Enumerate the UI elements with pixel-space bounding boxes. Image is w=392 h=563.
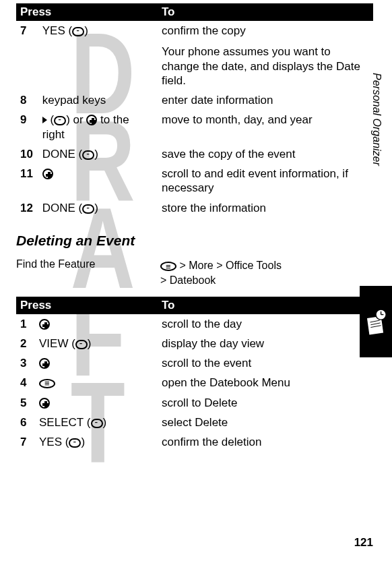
fourway-nav-icon [39, 398, 50, 409]
instruction-table-2: Press To 1 scroll to the day 2VIEW () di… [16, 297, 373, 452]
step-num: 9 [20, 113, 39, 127]
fourway-nav-icon [39, 319, 50, 330]
softkey-icon [91, 419, 103, 428]
section-heading: Deleting an Event [16, 233, 373, 249]
table-row: 1 scroll to the day [16, 314, 373, 334]
keypress [42, 167, 148, 181]
keypress: () or to the right [42, 113, 148, 142]
header-press: Press [16, 3, 158, 21]
softkey-icon [75, 340, 88, 349]
action-cell: save the copy of the event [158, 144, 373, 164]
action-cell: scroll to and edit event information, if… [158, 164, 373, 198]
table-header-row: Press To [16, 3, 373, 21]
table-row: 3 scroll to the event [16, 353, 373, 373]
find-the-feature: Find the Feature > More > Office Tools >… [16, 258, 373, 289]
action-cell: store the information [158, 198, 373, 218]
table-header-row: Press To [16, 297, 373, 314]
table-row: 6SELECT () select Delete [16, 413, 373, 432]
header-to: To [158, 3, 373, 21]
keypress: YES () [42, 24, 148, 38]
step-num: 7 [20, 24, 39, 38]
right-arrow-icon [42, 117, 47, 123]
step-num: 10 [20, 147, 39, 161]
fourway-nav-icon [39, 358, 50, 369]
table-row: 5 scroll to Delete [16, 393, 373, 413]
page-number: 121 [354, 536, 373, 550]
action-cell: confirm the copy Your phone assumes you … [158, 21, 373, 90]
table-row: 4 open the Datebook Menu [16, 373, 373, 392]
table-row: 8 keypad keys enter date information [16, 90, 373, 110]
table-row: 9 () or to the right move to month, day,… [16, 110, 373, 144]
table-row: 7YES () confirm the deletion [16, 432, 373, 452]
key-bold: YES [42, 24, 65, 37]
header-to: To [158, 297, 373, 314]
keypress: DONE () [42, 201, 148, 215]
table-row: 7 YES () confirm the copy Your phone ass… [16, 21, 373, 90]
step-num: 12 [20, 201, 39, 215]
keypress: keypad keys [42, 93, 148, 107]
softkey-icon [69, 438, 81, 448]
instruction-table-1: Press To 7 YES () confirm the copy Your … [16, 3, 373, 218]
softkey-icon [82, 204, 94, 214]
menu-key-icon [160, 262, 176, 271]
fourway-nav-icon [86, 115, 97, 125]
action-cell: enter date information [158, 90, 373, 110]
keypress: DONE () [42, 147, 148, 161]
softkey-icon [82, 150, 94, 160]
step-num: 8 [20, 93, 39, 107]
step-num: 11 [20, 167, 39, 181]
softkey-icon [54, 116, 66, 125]
table-row: 12 DONE () store the information [16, 198, 373, 218]
menu-key-icon [39, 379, 55, 388]
ftf-label: Find the Feature [16, 258, 160, 270]
table-row: 11 scroll to and edit event information,… [16, 164, 373, 198]
header-press: Press [16, 297, 158, 314]
table-row: 2VIEW () display the day view [16, 334, 373, 353]
ftf-path: > More > Office Tools > Datebook [160, 258, 282, 289]
table-row: 10 DONE () save the copy of the event [16, 144, 373, 164]
softkey-icon [72, 27, 84, 36]
fourway-nav-icon [42, 169, 53, 179]
action-cell: move to month, day, and year [158, 110, 373, 144]
